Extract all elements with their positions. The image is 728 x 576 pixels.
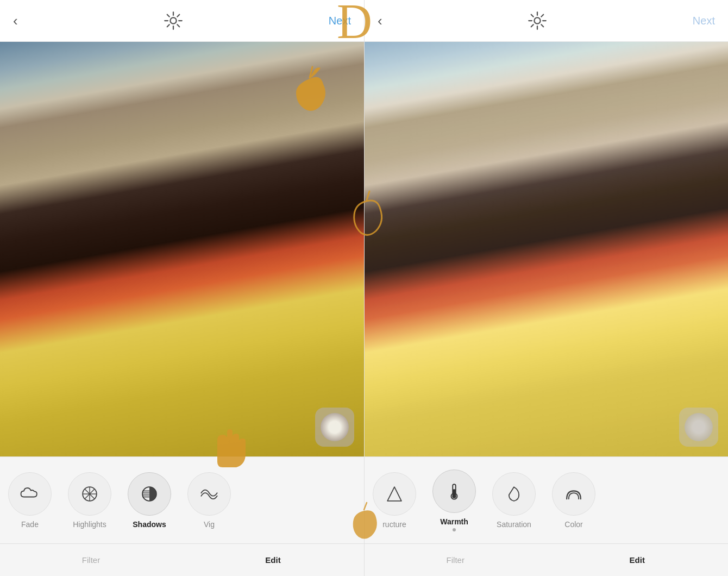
tool-highlights-label: Highlights (73, 520, 106, 529)
tool-vignette-circle (187, 472, 231, 516)
svg-line-6 (177, 24, 179, 27)
edit-toolbar-right: ructure Warmth (365, 456, 728, 576)
vignette-overlay-button-right[interactable] (679, 408, 718, 447)
svg-point-0 (170, 17, 176, 23)
next-button-right[interactable]: Next (693, 15, 715, 27)
svg-point-19 (535, 17, 541, 23)
svg-line-27 (531, 24, 534, 27)
svg-line-7 (177, 15, 179, 17)
tool-warmth-circle (432, 469, 476, 513)
tool-vignette[interactable]: Vig (179, 468, 239, 533)
tool-highlights[interactable]: Highlights (60, 468, 120, 533)
tool-warmth[interactable]: Warmth (424, 465, 484, 536)
next-button-left[interactable]: Next (329, 15, 351, 27)
photo-image-right (365, 42, 728, 456)
tab-edit-left[interactable]: Edit (182, 544, 364, 576)
tool-saturation-circle (492, 472, 536, 516)
tab-filter-left[interactable]: Filter (0, 544, 182, 576)
tools-scroll-right: ructure Warmth (365, 457, 728, 543)
svg-line-26 (542, 15, 544, 17)
tool-vignette-label: Vig (204, 520, 215, 529)
warmth-dot (453, 528, 456, 531)
tool-structure[interactable]: ructure (365, 468, 424, 533)
svg-line-24 (531, 15, 534, 17)
tool-fade[interactable]: Fade (0, 468, 60, 533)
tool-shadows[interactable]: Shadows (120, 468, 179, 533)
photo-area-right (365, 42, 728, 456)
tool-color-label: Color (564, 520, 582, 529)
tool-color-circle (552, 472, 595, 516)
tab-bar-left: Filter Edit (0, 543, 364, 576)
edit-toolbar-left: Fade Highlights (0, 456, 364, 576)
brightness-button-left[interactable] (164, 11, 183, 30)
vignette-circle-left (321, 413, 349, 441)
photo-area-left (0, 42, 364, 456)
tool-fade-circle (8, 472, 52, 516)
tool-structure-label: ructure (382, 520, 406, 529)
tool-warmth-label: Warmth (440, 517, 468, 526)
svg-point-32 (452, 494, 456, 498)
tool-highlights-circle (68, 472, 111, 516)
svg-line-8 (167, 24, 170, 27)
tool-saturation-label: Saturation (497, 520, 531, 529)
photo-image-left (0, 42, 364, 456)
tool-color[interactable]: Color (544, 468, 604, 533)
tool-structure-circle (373, 472, 416, 516)
back-button-right[interactable]: ‹ (378, 12, 382, 29)
tool-saturation[interactable]: Saturation (484, 468, 544, 533)
vignette-circle-right (685, 413, 713, 441)
back-button-left[interactable]: ‹ (13, 12, 18, 29)
svg-marker-28 (387, 487, 401, 501)
tab-filter-right[interactable]: Filter (365, 544, 547, 576)
panel-right: ‹ Next (364, 0, 728, 576)
tool-fade-label: Fade (21, 520, 39, 529)
panel-left: ‹ Next (0, 0, 364, 576)
tab-edit-right[interactable]: Edit (547, 544, 729, 576)
tool-shadows-circle (128, 472, 171, 516)
svg-line-25 (542, 24, 544, 27)
tools-scroll-left: Fade Highlights (0, 457, 364, 543)
svg-line-5 (167, 15, 170, 17)
vignette-overlay-button-left[interactable] (315, 408, 354, 447)
tool-shadows-label: Shadows (133, 520, 166, 529)
brightness-button-right[interactable] (528, 11, 547, 30)
nav-bar-right: ‹ Next (365, 0, 728, 42)
tab-bar-right: Filter Edit (365, 543, 728, 576)
nav-bar-left: ‹ Next (0, 0, 364, 42)
